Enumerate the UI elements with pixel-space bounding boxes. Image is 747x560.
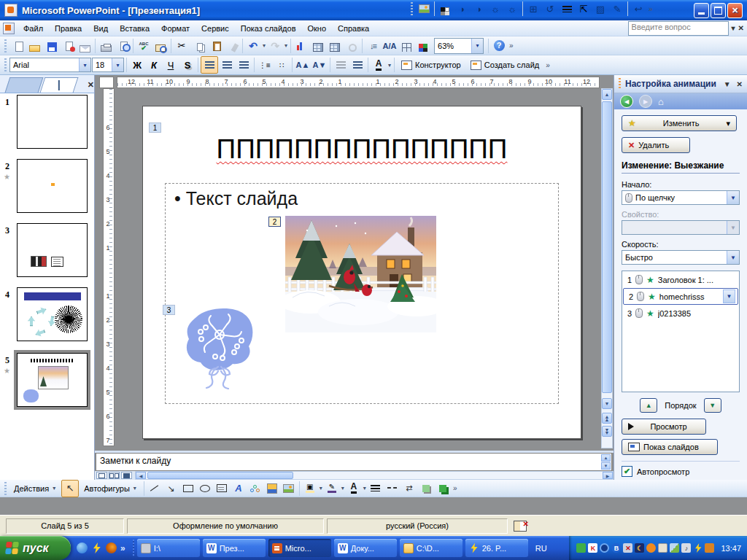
slide-thumbnail-5[interactable] bbox=[17, 353, 88, 407]
dash-style-button[interactable] bbox=[384, 481, 400, 497]
minimize-button[interactable] bbox=[694, 3, 709, 18]
animation-badge-1[interactable]: 1 bbox=[149, 122, 161, 133]
undo-dropdown-icon[interactable]: ▾ bbox=[262, 42, 266, 49]
previous-slide-button[interactable]: ▲▲ bbox=[602, 413, 612, 424]
more-contrast-button[interactable]: ◑ bbox=[454, 1, 470, 17]
spelling-button[interactable]: ABC bbox=[136, 38, 152, 54]
font-dropdown-icon[interactable]: ▾ bbox=[79, 58, 90, 71]
reset-picture-button[interactable]: ↩ bbox=[630, 1, 646, 17]
speaker-tray-icon[interactable]: ♪ bbox=[681, 543, 691, 553]
permission-button[interactable] bbox=[60, 38, 76, 54]
arrow-style-button[interactable]: ⇄ bbox=[401, 481, 417, 497]
slideshow-button[interactable]: Показ слайдов bbox=[622, 439, 718, 455]
normal-view-button[interactable] bbox=[96, 472, 107, 479]
fill-color-button[interactable]: ▣ bbox=[302, 481, 318, 497]
flash2-tray-icon[interactable] bbox=[693, 543, 703, 553]
bold-button[interactable]: Ж bbox=[129, 57, 145, 73]
move-up-button[interactable]: ▲ bbox=[640, 398, 657, 413]
expand-all-button[interactable]: ↓≡ bbox=[365, 38, 381, 54]
size-dropdown-icon[interactable]: ▾ bbox=[112, 58, 123, 71]
select-objects-button[interactable]: ↖ bbox=[61, 480, 79, 497]
zoom-combobox[interactable]: 63% ▾ bbox=[434, 38, 484, 54]
paste-button[interactable] bbox=[207, 38, 223, 54]
insert-chart-button[interactable] bbox=[293, 38, 309, 54]
toolbar-options-icon[interactable]: » bbox=[649, 7, 653, 11]
menu-item[interactable]: Показ слайдов bbox=[235, 23, 302, 34]
menu-item[interactable]: Вид bbox=[88, 23, 114, 34]
show-formatting-button[interactable]: A/A bbox=[382, 38, 398, 54]
slide-title[interactable]: ППППППППППППППП bbox=[143, 134, 581, 165]
slide-thumbnail-1[interactable] bbox=[17, 95, 88, 149]
clipart-button[interactable] bbox=[264, 481, 280, 497]
draw-font-color-dropdown-icon[interactable]: ▾ bbox=[363, 485, 367, 491]
scroll-left-button[interactable]: ◀ bbox=[136, 472, 146, 479]
more-brightness-button[interactable]: ☼ bbox=[487, 1, 503, 17]
hscroll-thumb[interactable] bbox=[147, 472, 293, 479]
underline-button[interactable]: Ч bbox=[163, 57, 179, 73]
compress-pictures-button[interactable]: ⇱ bbox=[576, 1, 592, 17]
undo-button[interactable]: ↶ bbox=[245, 38, 261, 54]
menubar-close-icon[interactable]: ✕ bbox=[738, 24, 744, 32]
media-tray-icon[interactable] bbox=[600, 543, 609, 553]
new-button[interactable] bbox=[9, 38, 26, 54]
slide-thumbnail-4[interactable] bbox=[17, 287, 88, 341]
taskbar-window-button[interactable]: I:\ bbox=[137, 539, 200, 557]
image-tray-icon[interactable] bbox=[670, 543, 679, 553]
move-down-button[interactable]: ▼ bbox=[704, 398, 721, 413]
grid-button[interactable] bbox=[398, 38, 414, 54]
shadow-button[interactable]: S bbox=[179, 57, 196, 73]
toolbar-grip[interactable] bbox=[4, 39, 7, 52]
taskbar-window-button[interactable]: WДоку... bbox=[334, 539, 397, 557]
start-combobox[interactable]: По щелчку ▼ bbox=[622, 190, 740, 205]
help-button[interactable]: ? bbox=[491, 38, 507, 54]
arrow-button[interactable]: ↘ bbox=[163, 481, 179, 497]
autopreview-checkbox[interactable]: ✔ bbox=[622, 466, 632, 477]
pane-close-icon[interactable]: ✕ bbox=[737, 80, 743, 88]
zoom-dropdown-icon[interactable]: ▾ bbox=[471, 39, 483, 53]
line-style-button[interactable] bbox=[368, 481, 384, 497]
oval-button[interactable] bbox=[197, 481, 213, 497]
quicklaunch-flash-icon[interactable] bbox=[91, 542, 102, 553]
taskbar-window-button[interactable]: 26. P... bbox=[465, 539, 528, 557]
animation-badge-2[interactable]: 2 bbox=[268, 217, 281, 227]
save-button[interactable] bbox=[43, 38, 59, 54]
network-tray-icon[interactable]: ✕ bbox=[623, 543, 632, 553]
scroll-right-button[interactable]: ▶ bbox=[603, 472, 613, 479]
flower-clipart[interactable] bbox=[182, 306, 258, 389]
shield-tray-icon[interactable] bbox=[658, 543, 667, 553]
print-preview-button[interactable] bbox=[115, 38, 131, 54]
tab-slides[interactable] bbox=[39, 77, 78, 93]
redo-button[interactable]: ↷ bbox=[267, 38, 283, 54]
tab-outline[interactable] bbox=[5, 77, 44, 93]
shadow-style-button[interactable] bbox=[418, 481, 434, 497]
insert-table-button[interactable] bbox=[310, 38, 326, 54]
start-button[interactable]: пуск bbox=[0, 536, 71, 560]
menu-item[interactable]: Файл bbox=[18, 23, 49, 34]
font-name-combobox[interactable]: Arial ▾ bbox=[9, 58, 91, 72]
toolbar-grip[interactable] bbox=[411, 2, 413, 15]
scroll-down-button[interactable]: ▼ bbox=[602, 398, 612, 409]
next-slide-button[interactable]: ▼▼ bbox=[602, 426, 612, 437]
copy-button[interactable] bbox=[190, 38, 206, 54]
back-icon[interactable]: ◀ bbox=[620, 95, 633, 108]
kaspersky-tray-icon[interactable]: K bbox=[588, 543, 597, 553]
play-button[interactable]: Просмотр bbox=[622, 419, 706, 435]
item-dropdown-icon[interactable]: ▼ bbox=[723, 289, 735, 303]
bullet-list-button[interactable]: ∷ bbox=[274, 57, 290, 73]
decrease-font-button[interactable]: A▼ bbox=[311, 57, 328, 73]
less-brightness-button[interactable]: ☼ bbox=[504, 1, 520, 17]
quicklaunch-mediaplayer-icon[interactable] bbox=[106, 542, 117, 553]
align-left-button[interactable] bbox=[201, 56, 218, 74]
close-button[interactable]: ✕ bbox=[727, 3, 743, 18]
winter-picture[interactable] bbox=[285, 216, 436, 332]
wordart-button[interactable]: A bbox=[231, 481, 247, 497]
slideshow-view-button[interactable] bbox=[121, 472, 132, 479]
scroll-thumb[interactable] bbox=[602, 101, 612, 393]
diagram-button[interactable] bbox=[247, 481, 263, 497]
decrease-indent-button[interactable] bbox=[333, 57, 349, 73]
animation-badge-3[interactable]: 3 bbox=[163, 305, 175, 315]
menu-item[interactable]: Правка bbox=[49, 23, 88, 34]
notes-scrollbar[interactable]: ▲▼ bbox=[601, 454, 611, 470]
question-dropdown-icon[interactable]: ▾ bbox=[732, 24, 735, 32]
design-button[interactable]: Конструктор bbox=[397, 57, 465, 73]
